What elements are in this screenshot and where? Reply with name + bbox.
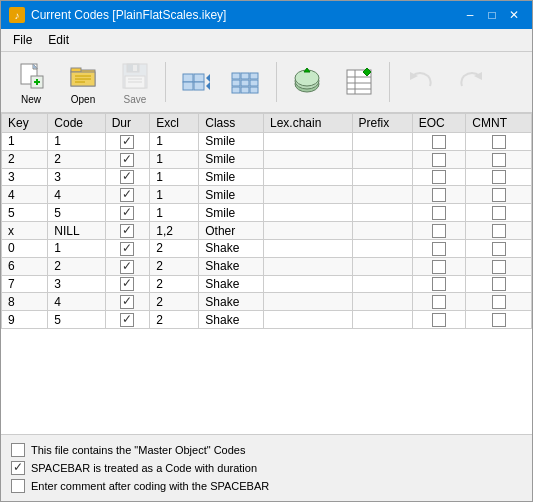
row-checkbox[interactable]	[432, 260, 446, 274]
nav-group-button[interactable]	[222, 56, 270, 108]
row-checkbox[interactable]	[120, 153, 134, 167]
save-icon	[119, 60, 151, 92]
table-cell	[352, 204, 412, 222]
table-cell	[263, 311, 352, 329]
table-cell	[263, 293, 352, 311]
row-checkbox[interactable]	[492, 153, 506, 167]
table-cell: 2	[48, 150, 105, 168]
row-checkbox[interactable]	[492, 224, 506, 238]
open-button[interactable]: Open	[59, 56, 107, 108]
svg-marker-22	[206, 74, 210, 82]
row-checkbox[interactable]	[432, 242, 446, 256]
svg-rect-27	[232, 80, 240, 86]
row-checkbox[interactable]	[432, 153, 446, 167]
row-checkbox[interactable]	[432, 206, 446, 220]
maximize-button[interactable]: □	[482, 5, 502, 25]
row-checkbox[interactable]	[492, 260, 506, 274]
table-cell: Shake	[199, 293, 264, 311]
spacebar-duration-checkbox[interactable]	[11, 461, 25, 475]
row-checkbox[interactable]	[492, 135, 506, 149]
col-header-excl: Excl	[150, 114, 199, 133]
table-cell: NILL	[48, 222, 105, 240]
row-checkbox[interactable]	[120, 260, 134, 274]
svg-rect-28	[241, 80, 249, 86]
export-button[interactable]	[283, 56, 331, 108]
new-label: New	[21, 94, 41, 105]
row-checkbox[interactable]	[492, 206, 506, 220]
table-cell	[352, 311, 412, 329]
row-checkbox[interactable]	[492, 170, 506, 184]
menu-file[interactable]: File	[5, 31, 40, 49]
table-cell	[263, 168, 352, 186]
close-button[interactable]: ✕	[504, 5, 524, 25]
table-cell: 2	[150, 275, 199, 293]
row-checkbox[interactable]	[120, 277, 134, 291]
svg-rect-30	[232, 87, 240, 93]
row-checkbox[interactable]	[432, 224, 446, 238]
table-cell	[352, 293, 412, 311]
col-header-prefix: Prefix	[352, 114, 412, 133]
row-checkbox[interactable]	[432, 188, 446, 202]
table-cell: Smile	[199, 168, 264, 186]
row-checkbox[interactable]	[492, 242, 506, 256]
nav-first-button[interactable]	[172, 56, 220, 108]
row-checkbox[interactable]	[492, 188, 506, 202]
master-object-label: This file contains the "Master Object" C…	[31, 444, 245, 456]
footer-item-spacebar: SPACEBAR is treated as a Code with durat…	[11, 459, 522, 477]
table-cell	[263, 204, 352, 222]
table-cell: 1	[150, 150, 199, 168]
table-cell	[352, 222, 412, 240]
footer-item-comment: Enter comment after coding with the SPAC…	[11, 477, 522, 495]
table-cell: 5	[2, 204, 48, 222]
redo-button[interactable]	[448, 56, 496, 108]
table-cell: Shake	[199, 275, 264, 293]
table-cell: 4	[48, 186, 105, 204]
table-cell: 2	[48, 257, 105, 275]
table-cell	[263, 239, 352, 257]
table-row: 111Smile	[2, 133, 532, 151]
table-cell: Smile	[199, 133, 264, 151]
col-header-key: Key	[2, 114, 48, 133]
row-checkbox[interactable]	[120, 170, 134, 184]
row-checkbox[interactable]	[120, 206, 134, 220]
row-checkbox[interactable]	[492, 277, 506, 291]
list-button[interactable]	[335, 56, 383, 108]
open-icon	[67, 60, 99, 92]
table-row: 331Smile	[2, 168, 532, 186]
table-cell: 3	[2, 168, 48, 186]
menu-edit[interactable]: Edit	[40, 31, 77, 49]
toolbar-separator-2	[276, 62, 277, 102]
row-checkbox[interactable]	[432, 313, 446, 327]
row-checkbox[interactable]	[432, 135, 446, 149]
table-container: Key Code Dur Excl Class Lex.chain Prefix…	[1, 113, 532, 435]
row-checkbox[interactable]	[120, 224, 134, 238]
row-checkbox[interactable]	[432, 170, 446, 184]
save-button[interactable]: Save	[111, 56, 159, 108]
row-checkbox[interactable]	[492, 295, 506, 309]
master-object-checkbox[interactable]	[11, 443, 25, 457]
new-button[interactable]: New	[7, 56, 55, 108]
row-checkbox[interactable]	[432, 277, 446, 291]
enter-comment-checkbox[interactable]	[11, 479, 25, 493]
codes-table: Key Code Dur Excl Class Lex.chain Prefix…	[1, 113, 532, 329]
row-checkbox[interactable]	[120, 295, 134, 309]
undo-button[interactable]	[396, 56, 444, 108]
row-checkbox[interactable]	[432, 295, 446, 309]
toolbar-separator-1	[165, 62, 166, 102]
table-cell: Smile	[199, 204, 264, 222]
table-cell	[263, 150, 352, 168]
row-checkbox[interactable]	[120, 242, 134, 256]
row-checkbox[interactable]	[120, 188, 134, 202]
row-checkbox[interactable]	[120, 135, 134, 149]
row-checkbox[interactable]	[120, 313, 134, 327]
minimize-button[interactable]: –	[460, 5, 480, 25]
redo-icon	[456, 66, 488, 98]
table-row: xNILL1,2Other	[2, 222, 532, 240]
content-area: Key Code Dur Excl Class Lex.chain Prefix…	[1, 113, 532, 501]
table-cell	[352, 186, 412, 204]
table-cell: x	[2, 222, 48, 240]
row-checkbox[interactable]	[492, 313, 506, 327]
footer-item-master: This file contains the "Master Object" C…	[11, 441, 522, 459]
undo-icon	[404, 66, 436, 98]
enter-comment-label: Enter comment after coding with the SPAC…	[31, 480, 269, 492]
